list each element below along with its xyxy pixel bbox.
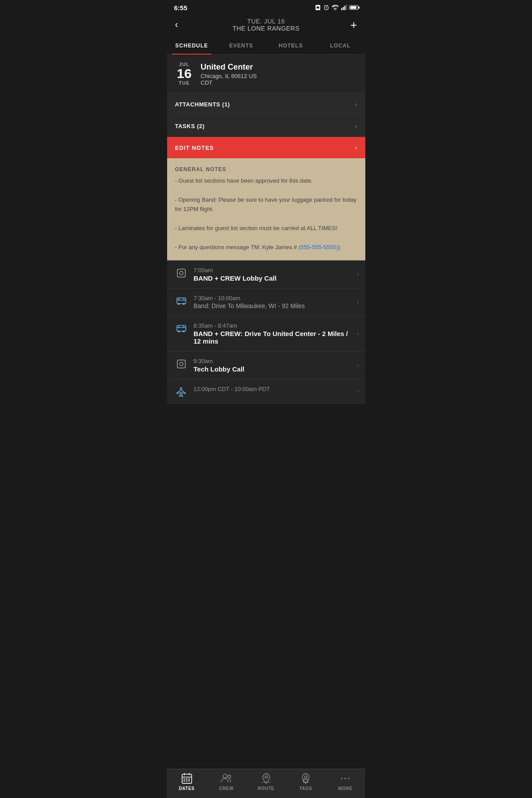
svg-rect-6 <box>343 7 344 10</box>
schedule-item-1[interactable]: 7:00am BAND + CREW Lobby Call › <box>167 261 365 289</box>
general-notes-section: GENERAL NOTES - Guest list sections have… <box>167 158 365 261</box>
add-button[interactable]: + <box>344 18 357 32</box>
item-3-title: BAND + CREW: Drive To United Center - 2 … <box>194 330 354 345</box>
tasks-label: TASKS (2) <box>175 123 205 129</box>
tabs: SCHEDULE EVENTS HOTELS LOCAL <box>167 37 365 55</box>
schedule-section: 7:00am BAND + CREW Lobby Call › 7:30am -… <box>167 261 365 404</box>
item-1-time: 7:00am <box>194 267 354 274</box>
svg-rect-1 <box>317 7 319 9</box>
svg-point-24 <box>180 362 183 366</box>
venue-timezone: CDT <box>201 79 357 86</box>
notes-phone[interactable]: (555-555-5555) <box>298 244 338 250</box>
header-title: THE LONE RANGERS <box>188 25 344 32</box>
attachments-chevron: › <box>355 101 357 108</box>
tab-hotels[interactable]: HOTELS <box>266 37 316 54</box>
item-2-chevron: › <box>357 299 359 305</box>
edit-notes-button[interactable]: EDIT NOTES › <box>167 137 365 158</box>
tab-schedule[interactable]: SCHEDULE <box>167 37 217 54</box>
edit-notes-chevron: › <box>355 144 357 151</box>
battery-icon <box>349 5 358 10</box>
schedule-item-5[interactable]: 12:00pm CDT - 10:00am PDT › <box>167 379 365 404</box>
notes-text: - Guest list sections have been approved… <box>175 176 357 252</box>
svg-rect-23 <box>177 360 185 368</box>
notes-title: GENERAL NOTES <box>175 166 357 172</box>
item-1-title: BAND + CREW Lobby Call <box>194 274 354 282</box>
item-4-time: 9:30am <box>194 358 354 364</box>
svg-point-10 <box>180 271 183 275</box>
clock-icon-2 <box>173 359 189 369</box>
attachments-item[interactable]: ATTACHMENTS (1) › <box>167 94 365 115</box>
svg-rect-5 <box>341 8 342 10</box>
tab-events[interactable]: EVENTS <box>216 37 266 54</box>
tab-local[interactable]: LOCAL <box>316 37 365 54</box>
svg-rect-9 <box>177 269 185 277</box>
item-5-time: 12:00pm CDT - 10:00am PDT <box>194 386 354 392</box>
schedule-item-4[interactable]: 9:30am Tech Lobby Call › <box>167 352 365 379</box>
sim-icon <box>315 4 321 11</box>
item-2-subtitle: Band: Drive To Milwaukee, WI - 92 Miles <box>194 302 354 309</box>
status-time: 6:55 <box>174 4 188 12</box>
venue-weekday: TUE <box>175 80 194 86</box>
item-5-chevron: › <box>357 388 359 395</box>
tasks-item[interactable]: TASKS (2) › <box>167 115 365 137</box>
signal-icon <box>341 4 347 11</box>
item-3-time: 8:35am - 8:47am <box>194 322 354 329</box>
item-2-time: 7:30am - 10:00am <box>194 295 354 301</box>
wifi-icon <box>332 5 339 11</box>
tasks-chevron: › <box>355 122 357 129</box>
venue-details: United Center Chicago, IL 60612 US CDT <box>201 62 357 86</box>
schedule-item-3[interactable]: 8:35am - 8:47am BAND + CREW: Drive To Un… <box>167 316 365 352</box>
header-date: TUE. JUL 16 <box>188 18 344 25</box>
header: ‹ TUE. JUL 16 THE LONE RANGERS + <box>167 14 365 37</box>
bus-icon-2 <box>173 323 189 334</box>
item-4-chevron: › <box>357 362 359 368</box>
item-1-chevron: › <box>357 271 359 278</box>
edit-notes-label: EDIT NOTES <box>175 145 214 151</box>
item-4-title: Tech Lobby Call <box>194 365 354 373</box>
plane-icon <box>173 387 189 397</box>
venue-name: United Center <box>201 63 357 72</box>
svg-rect-17 <box>177 325 186 331</box>
venue-day: 16 <box>175 67 194 80</box>
status-icons <box>315 4 358 11</box>
status-bar: 6:55 <box>167 0 365 14</box>
attachments-label: ATTACHMENTS (1) <box>175 101 230 108</box>
bus-icon-1 <box>173 296 189 306</box>
venue-address: Chicago, IL 60612 US <box>201 73 357 79</box>
venue-section: JUL 16 TUE United Center Chicago, IL 606… <box>167 55 365 94</box>
clock-icon-1 <box>173 268 189 278</box>
svg-line-3 <box>324 5 325 6</box>
venue-date: JUL 16 TUE <box>175 62 194 86</box>
alarm-icon <box>323 4 329 11</box>
item-3-chevron: › <box>357 330 359 337</box>
schedule-item-2[interactable]: 7:30am - 10:00am Band: Drive To Milwauke… <box>167 289 365 316</box>
svg-rect-8 <box>346 5 347 10</box>
back-button[interactable]: ‹ <box>175 19 188 31</box>
svg-rect-7 <box>344 6 345 10</box>
svg-rect-11 <box>177 298 186 304</box>
svg-line-4 <box>327 5 328 6</box>
